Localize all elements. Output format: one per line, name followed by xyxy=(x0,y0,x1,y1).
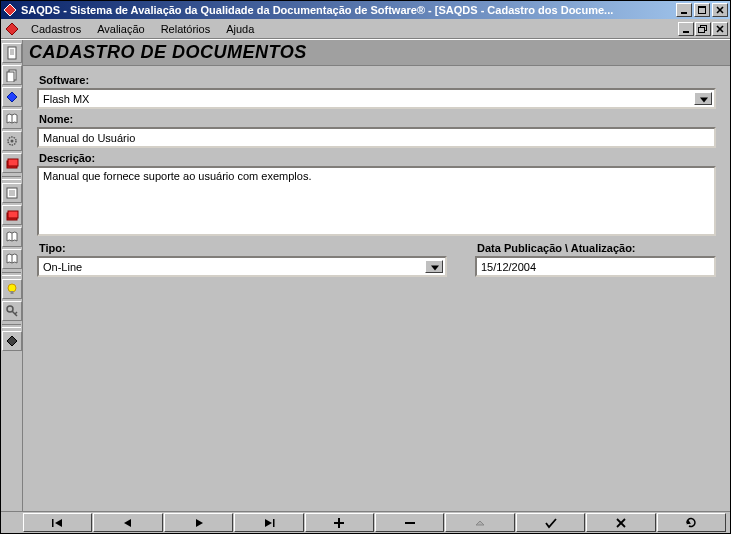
svg-rect-7 xyxy=(683,31,689,33)
svg-rect-33 xyxy=(11,291,14,294)
svg-rect-38 xyxy=(52,519,54,527)
toolbar-document-icon[interactable] xyxy=(2,43,22,63)
svg-rect-46 xyxy=(405,522,415,524)
nav-edit-button[interactable] xyxy=(445,513,514,532)
menu-avaliacao[interactable]: Avaliação xyxy=(89,21,153,37)
svg-marker-47 xyxy=(476,521,484,525)
toolbar-documents-icon[interactable] xyxy=(2,65,22,85)
mdi-minimize-button[interactable] xyxy=(678,22,694,36)
nome-label: Nome: xyxy=(39,113,716,125)
close-button[interactable] xyxy=(712,3,728,17)
svg-marker-42 xyxy=(265,519,272,527)
descricao-textarea[interactable] xyxy=(37,166,716,236)
toolbar-book3-icon[interactable] xyxy=(2,249,22,269)
data-input[interactable] xyxy=(475,256,716,277)
nav-delete-button[interactable] xyxy=(375,513,444,532)
nav-refresh-button[interactable] xyxy=(657,513,726,532)
nav-last-button[interactable] xyxy=(234,513,303,532)
tipo-value: On-Line xyxy=(43,261,82,273)
form-area: Software: Flash MX Nome: Descrição: Tipo… xyxy=(23,66,730,511)
menu-relatorios[interactable]: Relatórios xyxy=(153,21,219,37)
nav-next-button[interactable] xyxy=(164,513,233,532)
mdi-app-icon xyxy=(5,22,19,36)
mdi-window-controls xyxy=(678,22,730,36)
minimize-button[interactable] xyxy=(676,3,692,17)
svg-marker-6 xyxy=(6,23,18,35)
svg-marker-39 xyxy=(55,519,62,527)
title-bar: SAQDS - Sistema de Avaliação da Qualidad… xyxy=(1,1,730,19)
svg-rect-12 xyxy=(8,47,16,59)
menu-cadastros[interactable]: Cadastros xyxy=(23,21,89,37)
chevron-down-icon xyxy=(700,97,708,102)
svg-rect-29 xyxy=(8,211,18,218)
nome-input[interactable] xyxy=(37,127,716,148)
svg-marker-41 xyxy=(196,519,203,527)
toolbar-dark-diamond-icon[interactable] xyxy=(2,331,22,351)
menu-bar: Cadastros Avaliação Relatórios Ajuda xyxy=(1,19,730,39)
svg-rect-17 xyxy=(7,72,14,82)
svg-rect-43 xyxy=(273,519,275,527)
tipo-label: Tipo: xyxy=(39,242,447,254)
data-label: Data Publicação \ Atualização: xyxy=(477,242,716,254)
toolbar-red-books-icon[interactable] xyxy=(2,153,22,173)
toolbar-book-icon[interactable] xyxy=(2,109,22,129)
svg-marker-40 xyxy=(124,519,131,527)
nav-add-button[interactable] xyxy=(305,513,374,532)
menu-ajuda[interactable]: Ajuda xyxy=(218,21,262,37)
nav-confirm-button[interactable] xyxy=(516,513,585,532)
svg-point-32 xyxy=(8,284,16,292)
toolbar-key-icon[interactable] xyxy=(2,301,22,321)
software-label: Software: xyxy=(39,74,716,86)
window-title: SAQDS - Sistema de Avaliação da Qualidad… xyxy=(21,4,672,16)
nav-cancel-button[interactable] xyxy=(586,513,655,532)
svg-rect-1 xyxy=(681,12,687,14)
svg-point-21 xyxy=(11,140,14,143)
window-controls xyxy=(676,3,728,17)
page-title: CADASTRO DE DOCUMENTOS xyxy=(23,40,730,66)
svg-rect-3 xyxy=(698,6,706,8)
record-navigator xyxy=(1,511,730,533)
toolbar-list-icon[interactable] xyxy=(2,183,22,203)
chevron-down-icon xyxy=(431,265,439,270)
nav-first-button[interactable] xyxy=(23,513,92,532)
software-value: Flash MX xyxy=(43,93,89,105)
svg-line-36 xyxy=(15,312,17,314)
svg-rect-23 xyxy=(8,159,18,166)
software-select[interactable]: Flash MX xyxy=(37,88,716,109)
tipo-select[interactable]: On-Line xyxy=(37,256,447,277)
toolbar-book2-icon[interactable] xyxy=(2,227,22,247)
mdi-restore-button[interactable] xyxy=(695,22,711,36)
toolbar-blue-diamond-icon[interactable] xyxy=(2,87,22,107)
svg-marker-18 xyxy=(7,92,17,102)
svg-marker-37 xyxy=(7,336,17,346)
left-toolbar xyxy=(1,40,23,511)
app-icon xyxy=(3,3,17,17)
toolbar-lightbulb-icon[interactable] xyxy=(2,279,22,299)
svg-marker-0 xyxy=(4,4,16,16)
maximize-button[interactable] xyxy=(694,3,710,17)
client-area: CADASTRO DE DOCUMENTOS Software: Flash M… xyxy=(23,40,730,511)
mdi-close-button[interactable] xyxy=(712,22,728,36)
toolbar-gear-icon[interactable] xyxy=(2,131,22,151)
svg-rect-9 xyxy=(699,27,705,32)
svg-rect-45 xyxy=(334,522,344,524)
descricao-label: Descrição: xyxy=(39,152,716,164)
nav-prev-button[interactable] xyxy=(93,513,162,532)
toolbar-red-books2-icon[interactable] xyxy=(2,205,22,225)
